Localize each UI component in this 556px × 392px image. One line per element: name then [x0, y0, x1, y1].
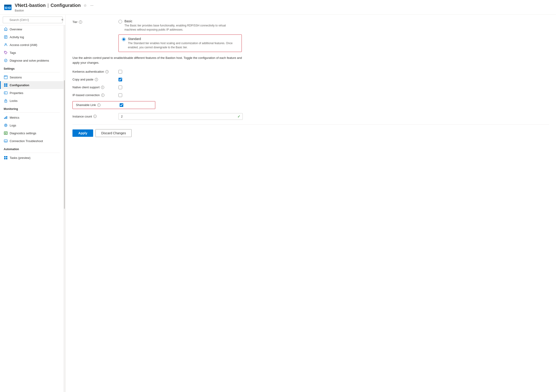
configuration-icon — [4, 83, 8, 87]
diagnose-icon — [4, 58, 8, 62]
svg-rect-4 — [6, 7, 7, 8]
kerberos-info-icon[interactable]: i — [105, 70, 108, 73]
ip-connection-label-text: IP-based connection — [72, 93, 100, 97]
svg-rect-20 — [6, 85, 7, 87]
tier-standard-title: Standard — [128, 37, 238, 41]
sidebar-item-locks[interactable]: Locks — [0, 97, 63, 105]
sidebar-item-access-control[interactable]: Access control (IAM) — [0, 41, 63, 49]
copy-paste-info-icon[interactable]: i — [95, 78, 98, 81]
svg-rect-1 — [4, 5, 11, 7]
tier-info-icon[interactable]: i — [79, 21, 82, 24]
sidebar: 🔍 « Overview — [0, 15, 66, 392]
sidebar-item-diagnose[interactable]: Diagnose and solve problems — [0, 57, 63, 64]
native-client-label: Native client support i — [72, 85, 118, 89]
svg-rect-31 — [4, 132, 7, 135]
feature-row-native-client: Native client support i — [72, 85, 549, 89]
shareable-link-info-icon[interactable]: i — [97, 104, 100, 107]
sidebar-item-connection-troubleshoot[interactable]: Connection Troubleshoot — [0, 137, 63, 145]
svg-rect-21 — [4, 92, 7, 94]
ip-connection-checkbox[interactable] — [118, 93, 122, 97]
sidebar-item-label: Logs — [10, 124, 16, 127]
discard-changes-button[interactable]: Discard Changes — [95, 129, 131, 137]
sidebar-collapse-button[interactable]: « — [60, 16, 65, 23]
shareable-link-checkbox[interactable] — [120, 103, 123, 107]
header-title-group: VNet1-bastion | Configuration ☆ ··· Bast… — [15, 2, 94, 12]
resource-type: Bastion — [15, 9, 94, 12]
favorite-button[interactable]: ☆ — [83, 2, 88, 8]
sidebar-inner: Overview Activity log Access control (IA… — [0, 25, 65, 392]
sidebar-automation-nav: Tasks (preview) — [0, 154, 63, 162]
instance-count-select[interactable]: 2 3 4 5 — [118, 113, 243, 120]
instance-count-label: Instance count i — [72, 115, 118, 118]
tier-standard-desc: The Standard tier enables host scaling a… — [128, 41, 238, 49]
button-row: Apply Discard Changes — [72, 129, 549, 137]
ip-connection-info-icon[interactable]: i — [101, 94, 104, 97]
svg-point-12 — [4, 59, 7, 62]
settings-divider — [4, 72, 60, 72]
sidebar-item-label: Locks — [10, 99, 17, 103]
native-client-checkbox[interactable] — [118, 85, 122, 89]
sidebar-item-label: Tasks (preview) — [10, 156, 30, 159]
automation-divider — [4, 153, 60, 153]
sidebar-item-diagnostics[interactable]: Diagnostics settings — [0, 129, 63, 137]
feature-row-shareable-link-box: Shareable Link i — [72, 101, 155, 109]
svg-rect-41 — [4, 158, 6, 159]
sidebar-item-logs[interactable]: Logs — [0, 121, 63, 129]
sidebar-item-label: Properties — [10, 91, 23, 95]
tier-basic-radio[interactable] — [118, 20, 122, 23]
instance-count-info-icon[interactable]: i — [93, 115, 97, 118]
search-wrap: 🔍 — [3, 16, 62, 23]
sidebar-nav: Overview Activity log Access control (IA… — [0, 25, 63, 392]
monitoring-divider — [4, 113, 60, 113]
shareable-link-label-text: Shareable Link — [76, 103, 96, 107]
sidebar-top-nav: Overview Activity log Access control (IA… — [0, 25, 63, 64]
automation-section-header: Automation — [0, 145, 63, 152]
sidebar-item-tags[interactable]: Tags — [0, 49, 63, 57]
instance-count-label-text: Instance count — [72, 115, 92, 118]
svg-rect-27 — [7, 116, 7, 119]
sidebar-item-properties[interactable]: Properties — [0, 89, 63, 97]
svg-point-16 — [5, 76, 6, 76]
sidebar-item-label: Diagnose and solve problems — [10, 59, 49, 62]
svg-rect-40 — [6, 156, 7, 158]
sidebar-item-metrics[interactable]: Metrics — [0, 113, 63, 121]
monitoring-section-header: Monitoring — [0, 105, 63, 112]
svg-rect-36 — [5, 142, 7, 142]
tasks-preview-icon — [4, 156, 8, 160]
native-client-info-icon[interactable]: i — [101, 86, 104, 89]
sidebar-item-label: Diagnostics settings — [10, 131, 36, 135]
tier-label-text: Tier — [72, 20, 77, 24]
header-title: VNet1-bastion | Configuration ☆ ··· — [15, 2, 94, 8]
svg-rect-17 — [4, 83, 6, 85]
sidebar-item-configuration[interactable]: Configuration — [0, 81, 63, 89]
sidebar-item-activity-log[interactable]: Activity log — [0, 33, 63, 41]
svg-rect-25 — [4, 118, 5, 119]
sidebar-item-sessions[interactable]: Sessions — [0, 73, 63, 81]
sidebar-item-label: Access control (IAM) — [10, 43, 37, 47]
native-client-label-text: Native client support — [72, 85, 100, 89]
sidebar-item-label: Tags — [10, 51, 16, 54]
settings-section-header: Settings — [0, 64, 63, 71]
shareable-link-label: Shareable Link i — [76, 103, 120, 107]
kerberos-checkbox[interactable] — [118, 70, 122, 74]
title-separator: | — [47, 3, 48, 8]
more-options-button[interactable]: ··· — [90, 2, 94, 8]
activity-log-icon — [4, 35, 8, 39]
sidebar-item-label: Sessions — [10, 76, 22, 79]
apply-button[interactable]: Apply — [72, 129, 93, 137]
kerberos-label: Kerberos authentication i — [72, 70, 118, 73]
search-input[interactable] — [3, 16, 62, 23]
tier-standard-radio[interactable] — [122, 38, 126, 41]
access-control-icon — [4, 43, 8, 47]
tier-label: Tier i — [72, 19, 118, 24]
sidebar-monitoring-nav: Metrics Logs Diagnostics settings — [0, 113, 63, 145]
instance-count-select-wrap: 2 3 4 5 ✓ — [118, 113, 243, 120]
copy-paste-label: Copy and paste i — [72, 78, 118, 81]
instance-count-row: Instance count i 2 3 4 5 ✓ — [72, 113, 549, 120]
svg-rect-26 — [5, 117, 6, 119]
sidebar-item-tasks-preview[interactable]: Tasks (preview) — [0, 154, 63, 162]
copy-paste-checkbox[interactable] — [118, 78, 122, 81]
sidebar-item-overview[interactable]: Overview — [0, 25, 63, 33]
logs-icon — [4, 123, 8, 127]
sidebar-settings-nav: Sessions Configuration Properties — [0, 73, 63, 105]
